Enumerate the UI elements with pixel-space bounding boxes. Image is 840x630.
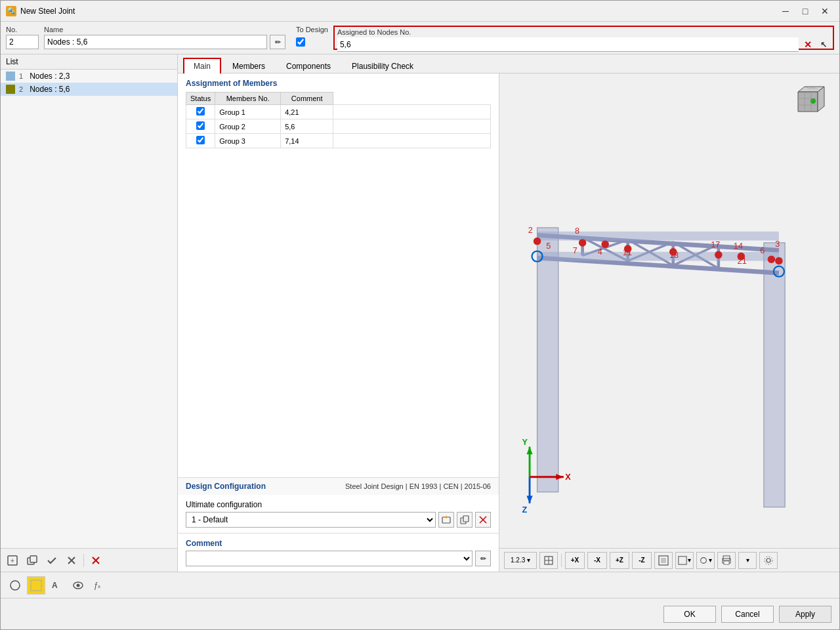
minimize-button[interactable]: ─ [776,4,795,18]
to-design-checkbox[interactable] [296,37,305,47]
svg-text:Z: Z [522,505,528,514]
list-item[interactable]: 2 Nodes : 5,6 [1,83,177,96]
svg-point-85 [765,556,772,564]
svg-text:18: 18 [669,251,679,260]
view-3d-button[interactable] [6,576,24,595]
group2-comment [333,119,491,134]
view-more-button[interactable]: ▾ [675,552,694,569]
list-item-icon [6,72,15,81]
config-new-button[interactable] [438,512,454,528]
name-edit-button[interactable]: ✏ [270,35,285,49]
svg-point-86 [10,581,20,590]
svg-marker-66 [526,447,532,455]
assigned-nodes-input[interactable] [337,37,799,52]
group1-comment [333,105,491,119]
assigned-select-button[interactable]: ↖ [817,38,830,51]
view-all-button[interactable] [654,552,673,569]
list-item-icon [6,85,15,94]
window-title: New Steel Joint [20,7,776,16]
assigned-clear-button[interactable]: ✕ [801,38,814,51]
members-table: Status Members No. Comment Group 1 4,21 [186,92,491,148]
col-status: Status [186,93,215,105]
comment-label: Comment [186,539,491,548]
svg-rect-12 [463,516,469,522]
no-input[interactable] [6,35,39,49]
print-options-button[interactable]: ▾ [738,552,757,569]
view-y-button[interactable]: +Z [610,552,629,569]
close-button[interactable]: ✕ [816,4,834,18]
label-button[interactable]: A [48,576,66,595]
tab-main[interactable]: Main [183,58,221,74]
group3-checkbox[interactable] [196,136,205,144]
group1-checkbox[interactable] [196,107,205,116]
view-minus-x-button[interactable]: -X [587,552,607,569]
view-minus-z-button[interactable]: -Z [632,552,652,569]
dialog-footer: OK Cancel Apply [1,598,839,629]
formula-button[interactable]: ƒx [90,576,108,595]
svg-point-42 [534,238,541,245]
tab-components[interactable]: Components [276,58,341,74]
comment-edit-button[interactable]: ✏ [475,551,491,566]
group1-label: Group 1 [215,105,281,119]
comment-select[interactable] [186,551,472,566]
apply-button[interactable]: Apply [779,606,831,623]
tabs-bar: Main Members Components Plausibility Che… [178,54,839,74]
view-area[interactable]: 2 8 5 7 4 11 18 17 14 6 21 3 [499,74,839,548]
svg-text:11: 11 [623,248,632,257]
maximize-button[interactable]: □ [796,4,814,18]
print-button[interactable] [717,552,736,569]
results-button[interactable] [27,576,45,595]
list-item[interactable]: 1 Nodes : 2,3 [1,70,177,83]
right-panel: Main Members Components Plausibility Che… [178,54,839,572]
eye-button[interactable] [69,576,87,595]
svg-rect-3 [30,556,37,562]
uncheck-button[interactable] [62,552,81,569]
svg-text:6: 6 [760,246,765,255]
delete-button[interactable] [87,552,105,569]
view-x-button[interactable]: +X [565,552,585,569]
structure-view: 2 8 5 7 4 11 18 17 14 6 21 3 [499,74,839,548]
comment-section: Comment ✏ [178,533,499,572]
duplicate-button[interactable] [23,552,41,569]
check-button[interactable] [43,552,61,569]
new-joint-button[interactable]: + [3,552,22,569]
svg-point-84 [766,558,770,562]
svg-text:x: x [98,583,100,589]
svg-point-43 [579,239,587,247]
cancel-button[interactable]: Cancel [721,606,774,623]
display-options-button[interactable]: ▾ [696,552,715,569]
svg-point-44 [601,240,609,248]
svg-point-49 [768,255,776,263]
svg-point-90 [77,583,80,587]
assignment-title: Assignment of Members [186,79,491,88]
group3-label: Group 3 [215,134,281,148]
svg-text:+: + [10,557,14,564]
group3-members: 7,14 [281,134,333,148]
svg-rect-83 [724,561,729,564]
render-mode-button[interactable] [539,552,558,569]
svg-text:5: 5 [546,242,551,251]
col-comment: Comment [281,93,333,105]
svg-rect-40 [537,232,779,241]
svg-text:3: 3 [775,240,780,249]
tab-plausibility[interactable]: Plausibility Check [342,58,423,74]
coordinate-display[interactable]: 1.2.3 ▾ [504,552,537,569]
svg-text:7: 7 [573,246,578,255]
svg-text:21: 21 [738,257,747,266]
titlebar: 🔩 New Steel Joint ─ □ ✕ [1,1,839,22]
ok-button[interactable]: OK [663,606,716,623]
list-items: 1 Nodes : 2,3 2 Nodes : 5,6 [1,70,177,548]
list-toolbar: + [1,548,177,572]
config-delete-button[interactable] [475,512,491,528]
settings-button[interactable] [759,552,778,569]
list-item-label: Nodes : 2,3 [30,72,70,81]
to-design-label: To Design [296,26,328,33]
group2-checkbox[interactable] [196,121,205,130]
name-input[interactable] [44,35,267,49]
ultimate-label: Ultimate configuration [186,500,491,509]
svg-text:8: 8 [575,226,579,236]
config-copy-button[interactable] [457,512,472,528]
tab-members[interactable]: Members [222,58,275,74]
svg-marker-72 [526,496,532,504]
design-config-select[interactable]: 1 - Default [186,512,436,528]
